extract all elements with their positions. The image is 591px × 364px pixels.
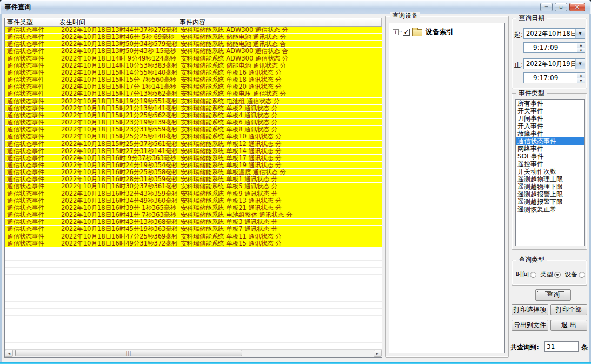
table-cell-empty — [5, 316, 57, 322]
event-type-item[interactable]: 开关事件 — [516, 107, 584, 115]
table-row[interactable]: 通信状态事件2022年10月18日16时24分19秒354毫秒安科瑞储能系统 单… — [5, 162, 382, 169]
table-row[interactable]: 通信状态事件2022年10月18日15时15分 7秒560毫秒安科瑞储能系统 单… — [5, 76, 382, 83]
header-event-content[interactable]: 事件内容 — [177, 18, 360, 27]
scroll-left-icon: ◄ — [8, 352, 10, 356]
device-tree-item-label[interactable]: 设备索引 — [426, 27, 454, 37]
table-row[interactable]: 通信状态事件2022年10月18日15时23分31秒559毫秒安科瑞储能系统 单… — [5, 126, 382, 133]
table-row[interactable]: 通信状态事件2022年10月18日14时10分53秒383毫秒安科瑞储能系统 储… — [5, 62, 382, 69]
table-row[interactable]: 通信状态事件2022年10月18日15时19分19秒551毫秒安科瑞储能系统 电… — [5, 98, 382, 105]
table-row[interactable]: 通信状态事件2022年10月18日15时14分55秒140毫秒安科瑞储能系统 单… — [5, 69, 382, 76]
end-time-spinner[interactable]: 9:17:09 ▲ ▼ — [523, 72, 585, 83]
query-type-option[interactable]: 设备 — [565, 270, 585, 279]
tree-checkbox-checked[interactable]: ✓ — [403, 29, 410, 36]
table-cell: 2022年10月18日16时 9分37秒363毫秒 — [57, 155, 177, 161]
table-row[interactable]: 通信状态事件2022年10月18日16时39分 1秒365毫秒安科瑞储能系统 单… — [5, 204, 382, 211]
print-selected-button[interactable]: 打印选择项 — [512, 304, 548, 315]
table-row[interactable]: 通信状态事件2022年10月18日13时50分34秒579毫秒安科瑞储能系统 储… — [5, 41, 382, 48]
end-date-dropdown-icon[interactable]: ▼ — [575, 59, 585, 69]
close-button[interactable]: ✕ — [569, 3, 585, 11]
table-row-empty — [5, 268, 382, 275]
table-row[interactable]: 通信状态事件2022年10月18日16时26分25秒358毫秒安科瑞储能系统 单… — [5, 169, 382, 176]
radio-unchecked-icon[interactable] — [530, 272, 536, 278]
export-to-file-button[interactable]: 导出到文件 — [512, 320, 548, 331]
table-row[interactable]: 通信状态事件2022年10月18日16时41分 7秒363毫秒安科瑞储能系统 电… — [5, 211, 382, 219]
event-type-item-selected[interactable]: 通信状态事件 — [516, 137, 584, 145]
table-row[interactable]: 通信状态事件2022年10月18日16时49分31秒372毫秒安科瑞储能系统 单… — [5, 240, 382, 247]
table-cell: 安科瑞储能系统 单板4 通讯状态 分 — [177, 112, 382, 118]
table-cell-empty — [177, 254, 382, 261]
radio-checked-icon[interactable] — [554, 272, 561, 278]
event-type-item[interactable]: 遥测恢复正常 — [516, 206, 584, 213]
titlebar[interactable]: 事件查询 ─ ▫ ✕ — [0, 0, 591, 14]
minimize-button[interactable]: ─ — [540, 3, 553, 11]
table-cell: 2022年10月18日13时46分 5秒 69毫秒 — [57, 34, 177, 40]
start-date-dropdown-icon[interactable]: ▼ — [575, 29, 585, 38]
radio-unchecked-icon[interactable] — [579, 272, 585, 278]
event-type-item[interactable]: 开关动作次数 — [516, 168, 584, 175]
event-type-item[interactable]: SOE事件 — [516, 153, 584, 160]
event-type-item[interactable]: 故障事件 — [516, 130, 584, 137]
table-row[interactable]: 通信状态事件2022年10月18日13时44分37秒276毫秒安科瑞储能系统 A… — [5, 27, 382, 34]
table-row[interactable]: 通信状态事件2022年10月18日15时21分25秒562毫秒安科瑞储能系统 单… — [5, 112, 382, 119]
header-event-time[interactable]: 发生时间 — [57, 18, 177, 27]
query-type-option[interactable]: 时间 — [516, 270, 536, 279]
start-time-spinner[interactable]: 9:17:09 ▲ ▼ — [523, 42, 585, 53]
table-cell-empty — [57, 295, 177, 302]
spin-down-icon[interactable]: ▼ — [577, 48, 585, 53]
event-type-item[interactable]: 遥测越物理下限 — [516, 183, 584, 190]
exit-button[interactable]: 退 出 — [550, 320, 587, 331]
table-row[interactable]: 通信状态事件2022年10月18日15时17分 1秒141毫秒安科瑞储能系统 单… — [5, 83, 382, 90]
event-type-item[interactable]: 遥测越物理上限 — [516, 175, 584, 183]
table-row[interactable]: 通信状态事件2022年10月18日15时25分25秒140毫秒安科瑞储能系统 单… — [5, 133, 382, 140]
end-time-spin-buttons[interactable]: ▲ ▼ — [577, 73, 585, 83]
table-row[interactable]: 通信状态事件2022年10月18日16时34分49秒360毫秒安科瑞储能系统 单… — [5, 197, 382, 204]
spin-up-icon[interactable]: ▲ — [577, 73, 585, 78]
start-date-combo[interactable]: 2022年10月18日 ▼ — [523, 28, 585, 39]
event-type-item[interactable]: 网络事件 — [516, 145, 584, 153]
header-event-type[interactable]: 事件类型 — [5, 18, 57, 27]
tree-expand-icon[interactable]: + — [393, 29, 399, 35]
spin-down-icon[interactable]: ▼ — [577, 78, 585, 83]
start-time-spin-buttons[interactable]: ▲ ▼ — [577, 43, 585, 52]
table-row[interactable]: 通信状态事件2022年10月18日14时 9分49秒124毫秒安科瑞储能系统 A… — [5, 55, 382, 62]
table-row[interactable]: 通信状态事件2022年10月18日15时17分13秒562毫秒安科瑞储能系统 单… — [5, 90, 382, 97]
table-row[interactable]: 通信状态事件2022年10月18日16时43分13秒368毫秒安科瑞储能系统 单… — [5, 219, 382, 226]
table-row[interactable]: 通信状态事件2022年10月18日13时50分43秒 15毫秒安科瑞储能系统 A… — [5, 48, 382, 55]
table-row[interactable]: 通信状态事件2022年10月18日16时32分43秒359毫秒安科瑞储能系统 单… — [5, 190, 382, 197]
event-type-panel: 事件类型 所有事件开关事件刀闸事件开入事件故障事件通信状态事件网络事件SOE事件… — [512, 93, 587, 250]
table-row[interactable]: 通信状态事件2022年10月18日16时45分19秒363毫秒安科瑞储能系统 单… — [5, 226, 382, 233]
table-cell: 安科瑞储能系统 单板10 通讯状态 分 — [177, 133, 382, 140]
device-tree-item[interactable]: + ·· ✓ 设备索引 — [389, 23, 504, 37]
table-row[interactable]: 通信状态事件2022年10月18日13时46分 5秒 69毫秒安科瑞储能系统 储… — [5, 34, 382, 41]
table-row[interactable]: 通信状态事件2022年10月18日15时21分13秒141毫秒安科瑞储能系统 单… — [5, 105, 382, 112]
restore-button[interactable]: ▫ — [555, 3, 567, 11]
event-type-item[interactable]: 遥测越报警上限 — [516, 190, 584, 198]
event-type-item[interactable]: 开入事件 — [516, 122, 584, 130]
table-row[interactable]: 通信状态事件2022年10月18日16时28分31秒359毫秒安科瑞储能系统 单… — [5, 176, 382, 183]
table-row[interactable]: 通信状态事件2022年10月18日16时 9分37秒363毫秒安科瑞储能系统 单… — [5, 155, 382, 162]
scroll-left-button[interactable]: ◄ — [5, 350, 13, 357]
event-type-listbox[interactable]: 所有事件开关事件刀闸事件开入事件故障事件通信状态事件网络事件SOE事件遥控事件开… — [515, 99, 585, 246]
table-row[interactable]: 通信状态事件2022年10月18日16时30分37秒361毫秒安科瑞储能系统 单… — [5, 183, 382, 190]
table-row[interactable]: 通信状态事件2022年10月18日15时23分19秒139毫秒安科瑞储能系统 单… — [5, 119, 382, 126]
table-row[interactable]: 通信状态事件2022年10月18日15时25分37秒561毫秒安科瑞储能系统 单… — [5, 141, 382, 148]
table-row[interactable]: 通信状态事件2022年10月18日15时27分31秒141毫秒安科瑞储能系统 单… — [5, 148, 382, 155]
event-type-item[interactable]: 刀闸事件 — [516, 115, 584, 122]
print-all-button[interactable]: 打印全部 — [550, 304, 587, 315]
query-button[interactable]: 查询 — [535, 289, 571, 301]
event-type-item[interactable]: 所有事件 — [516, 100, 584, 107]
table-cell: 安科瑞储能系统 单板12 通讯状态 分 — [177, 141, 382, 147]
horizontal-scrollbar[interactable]: ◄ ||| ► — [5, 349, 382, 357]
spin-up-icon[interactable]: ▲ — [577, 43, 585, 48]
query-type-option[interactable]: 类型 — [540, 270, 561, 279]
scroll-right-button[interactable]: ► — [374, 350, 382, 357]
event-type-item[interactable]: 遥控事件 — [516, 160, 584, 168]
table-row[interactable]: 通信状态事件2022年10月18日16时47分25秒369毫秒安科瑞储能系统 单… — [5, 233, 382, 240]
table-cell: 2022年10月18日15时15分 7秒560毫秒 — [57, 76, 177, 83]
end-date-combo[interactable]: 2022年10月19日 ▼ — [523, 58, 585, 69]
result-count-input[interactable] — [544, 341, 579, 352]
scrollbar-track[interactable]: ||| — [13, 350, 374, 357]
table-cell: 通信状态事件 — [5, 62, 57, 69]
scrollbar-thumb[interactable]: ||| — [15, 350, 242, 356]
event-type-item[interactable]: 遥测越报警下限 — [516, 198, 584, 206]
